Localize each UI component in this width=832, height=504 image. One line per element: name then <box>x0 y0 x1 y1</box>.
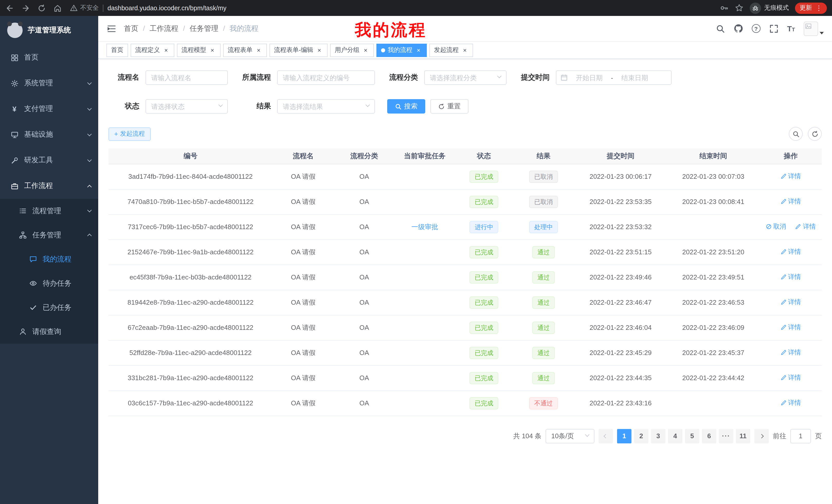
page-button[interactable]: 11 <box>736 429 750 443</box>
table-row: 2152467e-7b9b-11ec-9a1b-acde48001122 OA … <box>108 240 822 264</box>
sidebar-item-payment[interactable]: ¥ 支付管理 <box>0 96 98 122</box>
sidebar-item-system[interactable]: 系统管理 <box>0 71 98 96</box>
sidebar-item-task-management[interactable]: 任务管理 <box>0 223 98 247</box>
sidebar-item-infrastructure[interactable]: 基础设施 <box>0 122 98 147</box>
detail-link[interactable]: 详情 <box>780 348 801 357</box>
fullscreen-icon[interactable] <box>769 24 778 33</box>
tab-close-icon[interactable] <box>362 47 369 54</box>
site-security-chip[interactable]: 不安全 <box>70 4 99 12</box>
tab-close-icon[interactable] <box>209 47 216 54</box>
cell-current-task <box>394 264 455 290</box>
tab[interactable]: 流程定义 <box>131 44 174 57</box>
goto-page-input[interactable] <box>790 429 811 443</box>
create-process-button[interactable]: + 发起流程 <box>108 127 150 141</box>
tab[interactable]: 用户分组 <box>330 44 374 57</box>
process-name-input[interactable] <box>146 71 228 85</box>
detail-link[interactable]: 详情 <box>780 373 801 382</box>
tab[interactable]: 我的流程 <box>376 44 427 57</box>
sidebar-item-workflow[interactable]: 工作流程 <box>0 173 98 199</box>
page-button[interactable]: 1 <box>617 429 631 443</box>
detail-link[interactable]: 详情 <box>780 323 801 332</box>
password-key-icon[interactable] <box>720 4 729 12</box>
tab[interactable]: 发起流程 <box>430 44 473 57</box>
sidebar-item-todo-tasks[interactable]: 待办任务 <box>0 271 98 296</box>
refresh-table-button[interactable] <box>808 127 822 141</box>
page-size-value[interactable] <box>546 429 594 443</box>
font-size-icon[interactable] <box>787 24 795 33</box>
tab-close-icon[interactable] <box>255 47 262 54</box>
category-select[interactable] <box>424 71 506 85</box>
category-select-input[interactable] <box>424 71 506 85</box>
chrome-menu-icon[interactable]: ⋮ <box>815 4 822 12</box>
page-button[interactable]: 2 <box>634 429 648 443</box>
home-icon[interactable] <box>53 4 62 12</box>
page-content: 流程名 所属流程 流程分类 提交 <box>98 71 832 458</box>
breadcrumb-item[interactable]: 任务管理 <box>190 24 225 33</box>
detail-link[interactable]: 详情 <box>780 248 801 256</box>
url-text[interactable]: dashboard.yudao.iocoder.cn/bpm/task/my <box>107 4 227 11</box>
search-icon[interactable] <box>716 24 725 33</box>
incognito-profile-chip[interactable]: 无痕模式 <box>750 2 789 13</box>
app-logo[interactable]: 芋道管理系统 <box>0 16 98 45</box>
sidebar-item-process-management[interactable]: 流程管理 <box>0 199 98 223</box>
sidebar-item-home[interactable]: 首页 <box>0 45 98 71</box>
tab[interactable]: 流程表单 <box>223 44 267 57</box>
detail-link[interactable]: 详情 <box>795 222 816 231</box>
help-icon[interactable] <box>752 24 760 33</box>
reset-button[interactable]: 重置 <box>431 99 468 114</box>
cell-result: 通过 <box>513 315 574 340</box>
user-avatar[interactable] <box>804 21 824 36</box>
breadcrumb-item[interactable]: 首页 <box>124 24 145 33</box>
github-icon[interactable] <box>733 24 743 33</box>
bookmark-star-icon[interactable] <box>735 4 744 12</box>
detail-link[interactable]: 详情 <box>780 273 801 282</box>
sidebar-item-devtools[interactable]: 研发工具 <box>0 147 98 173</box>
update-label: 更新 <box>800 4 812 12</box>
page-size-select[interactable] <box>546 429 594 443</box>
toggle-search-button[interactable] <box>789 127 803 141</box>
page-button[interactable]: 3 <box>651 429 666 443</box>
forward-icon[interactable] <box>21 4 30 12</box>
sidebar-item-done-tasks[interactable]: 已办任务 <box>0 296 98 319</box>
date-range-picker[interactable]: - <box>556 71 672 85</box>
address-bar[interactable]: 不安全 dashboard.yudao.iocoder.cn/bpm/task/… <box>70 4 714 12</box>
cancel-link[interactable]: 取消 <box>766 222 786 231</box>
tab-label: 流程模型 <box>182 46 206 54</box>
tab-close-icon[interactable] <box>162 47 170 54</box>
belong-process-input[interactable] <box>277 71 375 85</box>
prev-page-button[interactable] <box>599 429 613 443</box>
tab[interactable]: 流程模型 <box>177 44 220 57</box>
page-button[interactable]: ··· <box>719 429 733 443</box>
next-page-button[interactable] <box>754 429 769 443</box>
tab[interactable]: 流程表单-编辑 <box>269 44 328 57</box>
tab-close-icon[interactable] <box>316 47 323 54</box>
back-icon[interactable] <box>5 4 14 12</box>
page-button[interactable]: 6 <box>702 429 716 443</box>
status-select[interactable] <box>146 99 228 114</box>
tab-close-icon[interactable] <box>415 47 422 54</box>
end-date-input[interactable] <box>615 74 654 81</box>
page-button[interactable]: 4 <box>668 429 682 443</box>
tab-label: 流程表单-编辑 <box>274 46 313 54</box>
detail-link[interactable]: 详情 <box>780 172 801 181</box>
hamburger-icon[interactable] <box>106 23 117 34</box>
sidebar-item-my-process[interactable]: 我的流程 <box>0 247 98 271</box>
page-button[interactable]: 5 <box>685 429 699 443</box>
status-select-input[interactable] <box>146 99 228 114</box>
search-button[interactable]: 搜索 <box>387 99 425 114</box>
sidebar-item-label: 我的流程 <box>43 255 91 264</box>
detail-link[interactable]: 详情 <box>780 298 801 307</box>
sidebar-item-leave-query[interactable]: 请假查询 <box>0 319 98 344</box>
browser-update-button[interactable]: 更新 ⋮ <box>795 2 827 13</box>
result-select-input[interactable] <box>277 99 375 114</box>
breadcrumb-item[interactable]: 工作流程 <box>150 24 185 33</box>
goto-suffix: 页 <box>815 431 822 441</box>
task-link[interactable]: 一级审批 <box>411 223 438 230</box>
result-select[interactable] <box>277 99 375 114</box>
start-date-input[interactable] <box>570 74 609 81</box>
detail-link[interactable]: 详情 <box>780 197 801 206</box>
detail-link[interactable]: 详情 <box>780 399 801 408</box>
tab[interactable]: 首页 <box>106 44 128 57</box>
reload-icon[interactable] <box>37 4 46 12</box>
tab-close-icon[interactable] <box>461 47 468 54</box>
